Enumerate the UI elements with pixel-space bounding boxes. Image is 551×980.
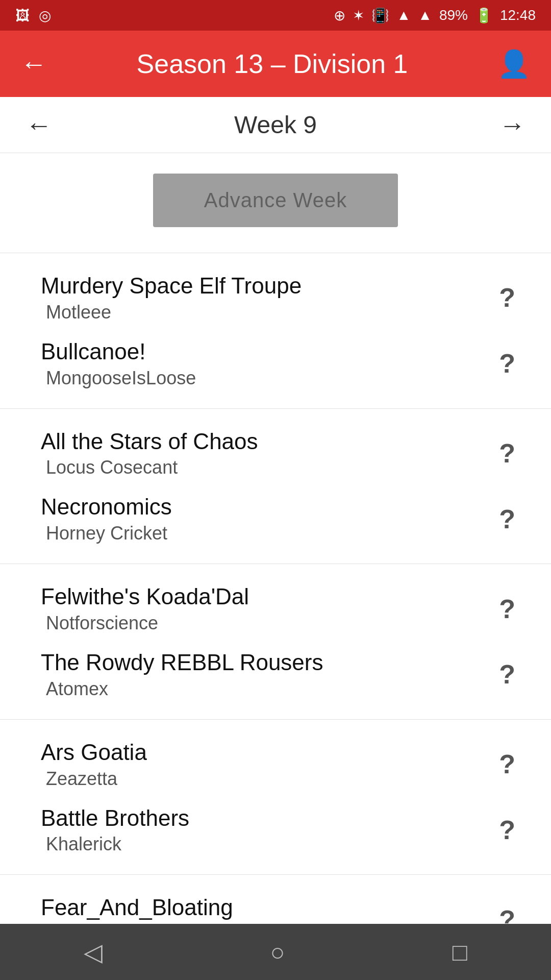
advance-week-button[interactable]: Advance Week [153, 174, 398, 227]
match-group: Ars Goatia Zeazetta ? Battle Brothers Kh… [0, 720, 551, 875]
match-indicator[interactable]: ? [499, 594, 525, 624]
nav-back-button[interactable]: ◁ [63, 933, 123, 971]
back-button[interactable]: ← [20, 48, 47, 79]
coach-name: Atomex [41, 678, 323, 700]
match-group: Felwithe's Koada'Dal Notforscience ? The… [0, 564, 551, 720]
team-name: Felwithe's Koada'Dal [41, 583, 249, 610]
match-indicator[interactable]: ? [499, 504, 525, 534]
profile-button[interactable]: 👤 [497, 48, 531, 80]
clock: 12:48 [500, 7, 536, 23]
team-name: Murdery Space Elf Troupe [41, 273, 302, 300]
coach-name: Notforscience [41, 612, 249, 634]
status-bar-left: 🖼 ◎ [15, 7, 51, 24]
team-info: The Rowdy REBBL Rousers Atomex [41, 649, 323, 700]
week-nav: ← Week 9 → [0, 97, 551, 153]
match-group: All the Stars of Chaos Locus Cosecant ? … [0, 409, 551, 565]
match-row: Battle Brothers Khalerick ? [41, 801, 525, 860]
coach-name: Motleee [41, 302, 302, 323]
team-name: Bullcanoe! [41, 338, 196, 365]
match-row: Felwithe's Koada'Dal Notforscience ? [41, 579, 525, 638]
match-indicator[interactable]: ? [499, 659, 525, 690]
status-bar-right: ⊕ ✶ 📳 ▲ ▲ 89% 🔋 12:48 [334, 7, 536, 24]
nav-home-button[interactable]: ○ [249, 933, 305, 971]
coach-name: Locus Cosecant [41, 457, 258, 478]
team-info: Necronomics Horney Cricket [41, 494, 172, 544]
team-name: Fear_And_Bloating [41, 894, 233, 921]
status-bar: 🖼 ◎ ⊕ ✶ 📳 ▲ ▲ 89% 🔋 12:48 [0, 0, 551, 31]
coach-name: Zeazetta [41, 768, 147, 790]
team-info: Ars Goatia Zeazetta [41, 739, 147, 790]
coach-name: Horney Cricket [41, 523, 172, 544]
advance-week-container: Advance Week [0, 153, 551, 253]
coach-name: MongooseIsLoose [41, 368, 196, 389]
battery-percent: 89% [439, 7, 468, 23]
app-bar-title: Season 13 – Division 1 [47, 48, 497, 79]
match-row: Necronomics Horney Cricket ? [41, 489, 525, 548]
circle-icon: ◎ [39, 7, 51, 24]
match-row: Murdery Space Elf Troupe Motleee ? [41, 268, 525, 327]
nav-recent-button[interactable]: □ [432, 933, 488, 971]
team-name: Battle Brothers [41, 805, 189, 832]
match-indicator[interactable]: ? [499, 348, 525, 379]
nav-bar: ◁ ○ □ [0, 924, 551, 980]
match-indicator[interactable]: ? [499, 815, 525, 845]
team-info: Battle Brothers Khalerick [41, 805, 189, 855]
match-list: Murdery Space Elf Troupe Motleee ? Bullc… [0, 253, 551, 980]
team-name: Necronomics [41, 494, 172, 521]
week-next-button[interactable]: → [494, 105, 531, 145]
battery-icon: 🔋 [475, 7, 493, 24]
bluetooth-icon: ✶ [353, 7, 364, 24]
week-label: Week 9 [234, 111, 317, 139]
match-row: All the Stars of Chaos Locus Cosecant ? [41, 424, 525, 483]
photo-icon: 🖼 [15, 7, 30, 24]
alarm-icon: ⊕ [334, 7, 345, 24]
team-name: Ars Goatia [41, 739, 147, 766]
match-group: Murdery Space Elf Troupe Motleee ? Bullc… [0, 253, 551, 409]
signal-icon: ▲ [418, 7, 432, 23]
app-bar: ← Season 13 – Division 1 👤 [0, 31, 551, 97]
team-info: Murdery Space Elf Troupe Motleee [41, 273, 302, 323]
match-row: The Rowdy REBBL Rousers Atomex ? [41, 645, 525, 704]
match-indicator[interactable]: ? [499, 282, 525, 313]
match-indicator[interactable]: ? [499, 438, 525, 469]
team-info: Felwithe's Koada'Dal Notforscience [41, 583, 249, 634]
match-row: Ars Goatia Zeazetta ? [41, 735, 525, 794]
match-indicator[interactable]: ? [499, 749, 525, 779]
team-info: Bullcanoe! MongooseIsLoose [41, 338, 196, 389]
week-prev-button[interactable]: ← [20, 105, 57, 145]
vibrate-icon: 📳 [371, 7, 389, 24]
team-name: The Rowdy REBBL Rousers [41, 649, 323, 676]
coach-name: Khalerick [41, 834, 189, 855]
team-info: All the Stars of Chaos Locus Cosecant [41, 428, 258, 479]
match-row: Bullcanoe! MongooseIsLoose ? [41, 334, 525, 393]
team-name: All the Stars of Chaos [41, 428, 258, 455]
wifi-icon: ▲ [396, 7, 411, 23]
